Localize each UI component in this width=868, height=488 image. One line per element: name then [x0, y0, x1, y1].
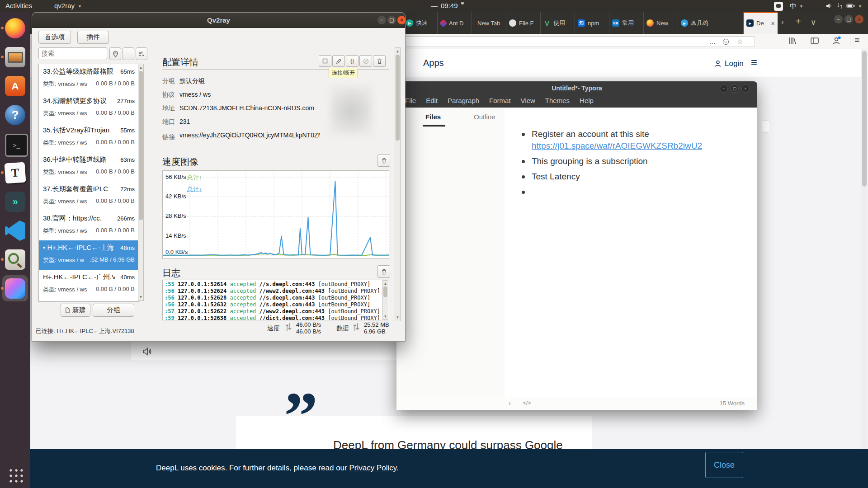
dock-item[interactable]	[0, 274, 30, 303]
new-tab-icon[interactable]: +	[796, 16, 801, 27]
tab-files[interactable]: Files	[425, 113, 441, 121]
blank-button[interactable]	[123, 47, 134, 60]
edit-button[interactable]	[332, 55, 345, 67]
menu-item[interactable]: Themes	[540, 95, 575, 108]
login-link[interactable]: Login	[714, 59, 744, 68]
clear-graph-button[interactable]	[377, 154, 390, 167]
dock-app-icon[interactable]	[5, 221, 25, 241]
legend-entry[interactable]: 总计↓	[187, 185, 202, 193]
page-scrollbar[interactable]	[861, 49, 868, 449]
minimize-button[interactable]: −	[834, 15, 843, 23]
browser-tab[interactable]: File F	[506, 12, 541, 34]
delete-button[interactable]	[373, 55, 386, 67]
qv2ray-titlebar[interactable]: Qv2ray − ▢ ×	[32, 13, 405, 28]
scroll-up-icon[interactable]: ▲	[138, 66, 143, 70]
page-menu-icon[interactable]: ≡	[751, 56, 757, 69]
library-icon[interactable]	[788, 36, 797, 45]
dock-item[interactable]	[0, 216, 30, 245]
hamburger-menu-icon[interactable]: ≡	[854, 35, 860, 45]
dock-item[interactable]	[0, 130, 30, 159]
bullet-item[interactable]: This grouping is a subscription	[521, 155, 757, 167]
minimize-button[interactable]: −	[377, 16, 386, 24]
bullet-item[interactable]: Test Latency	[521, 171, 757, 183]
browser-tab[interactable]: De ×	[744, 12, 778, 34]
log-output[interactable]: :55 127.0.0.1:52614 accepted //s.deepl.c…	[162, 280, 389, 320]
new-config-button[interactable]: 新建	[61, 304, 90, 317]
screenshot-indicator-icon[interactable]	[774, 2, 783, 11]
pocket-icon[interactable]	[722, 38, 729, 45]
tab-close-icon[interactable]: ×	[771, 19, 775, 27]
dock-item[interactable]	[0, 159, 30, 188]
scrollbar-thumb[interactable]	[383, 286, 387, 297]
browser-tab[interactable]: npm	[575, 12, 609, 34]
dock-app-icon[interactable]	[5, 278, 25, 299]
legend-entry[interactable]: 总计↑	[187, 174, 202, 182]
scroll-down-icon[interactable]: ▼	[138, 295, 143, 299]
tab-dropdown-icon[interactable]: ∨	[811, 18, 816, 27]
nav-apps-link[interactable]: Apps	[423, 58, 444, 68]
cookie-close-button[interactable]: Close	[705, 452, 743, 478]
minimize-button[interactable]: −	[720, 84, 728, 93]
dock-item[interactable]	[0, 72, 30, 101]
collapse-sidebar-icon[interactable]: ‹	[509, 399, 511, 407]
scroll-down-icon[interactable]: ▼	[395, 315, 400, 319]
menu-item[interactable]: Help	[575, 95, 599, 108]
plugins-button[interactable]: 插件	[77, 31, 109, 44]
browser-tab[interactable]: 常用	[609, 12, 644, 34]
menu-item[interactable]: Paragraph	[443, 95, 484, 108]
browser-tab[interactable]: Ant D	[438, 12, 472, 34]
menu-item[interactable]: View	[516, 95, 540, 108]
scrollbar-thumb[interactable]	[396, 55, 400, 141]
dock-app-icon[interactable]	[5, 192, 25, 212]
group-button[interactable]: 分组	[93, 304, 134, 317]
dock-app-icon[interactable]	[4, 162, 26, 183]
sort-button[interactable]	[136, 47, 147, 60]
scroll-up-icon[interactable]: ▲	[383, 282, 388, 286]
bullet-item[interactable]	[521, 186, 757, 198]
system-menu-caret-icon[interactable]: ▾	[859, 4, 861, 9]
menu-item[interactable]: Edit	[421, 95, 443, 108]
dock-item[interactable]	[0, 14, 30, 43]
search-input[interactable]	[38, 47, 107, 59]
locate-button[interactable]	[109, 47, 121, 60]
connect-button[interactable]	[319, 55, 331, 67]
dock-app-icon[interactable]	[5, 47, 25, 67]
maximize-button[interactable]: ▢	[387, 16, 396, 24]
server-item[interactable]: H+.HK←-IPLC←-广州.V 40ms 类型: vmess / ws 0.…	[39, 270, 138, 299]
server-item[interactable]: 37.长期套餐覆盖IPLC 72ms 类型: vmess / ws 0.00 B…	[39, 182, 138, 211]
server-item[interactable]: 33.公益等级線路嚴格限 65ms 类型: vmess / ws 0.00 B …	[39, 64, 138, 94]
clock[interactable]: 09:49	[441, 2, 458, 9]
close-button[interactable]: ×	[741, 84, 750, 93]
dock-item[interactable]	[0, 43, 30, 72]
server-item[interactable]: 38.官网：https://cc. 266ms 类型: vmess / ws 0…	[39, 211, 138, 240]
speaker-icon[interactable]	[142, 347, 152, 356]
scrollbar-thumb[interactable]	[862, 51, 867, 187]
menu-item[interactable]: Format	[484, 95, 516, 108]
page-actions-icon[interactable]: …	[709, 38, 716, 45]
clear-log-button[interactable]	[377, 265, 390, 278]
browser-tab[interactable]: ♨几鸡	[678, 12, 744, 34]
server-list[interactable]: 33.公益等级線路嚴格限 65ms 类型: vmess / ws 0.00 B …	[38, 64, 139, 302]
close-button[interactable]: ×	[397, 16, 406, 24]
sidebar-toggle-icon[interactable]	[810, 36, 819, 45]
bookmark-star-icon[interactable]: ☆	[737, 38, 743, 45]
battery-icon[interactable]	[846, 2, 855, 9]
scroll-tabs-icon[interactable]: ›	[781, 18, 784, 27]
window-scrollbar[interactable]: ▲ ▼	[395, 47, 401, 321]
server-item[interactable]: 36.中继中转隧道线路 63ms 类型: vmess / ws 0.00 B /…	[39, 152, 138, 182]
dock-item[interactable]	[0, 101, 30, 130]
server-item[interactable]: 35.包括V2ray和Trojan 55ms 类型: vmess / ws 0.…	[39, 123, 138, 152]
bullet-item[interactable]: Register an account at this site https:/…	[521, 128, 757, 152]
edit-json-button[interactable]: {}	[346, 55, 359, 67]
typora-editor[interactable]: Register an account at this site https:/…	[505, 108, 757, 397]
app-menu[interactable]: qv2ray	[54, 2, 75, 9]
scrollbar-thumb[interactable]	[139, 71, 143, 220]
tab-outline[interactable]: Outline	[474, 113, 495, 121]
dock-item[interactable]	[0, 188, 30, 216]
browser-tab[interactable]: 使用	[541, 12, 575, 34]
source-code-icon[interactable]: </>	[523, 400, 531, 406]
dock-app-icon[interactable]	[5, 76, 25, 96]
server-item[interactable]: • H+.HK←-IPLC←-上海 48ms 类型: vmess / w .52…	[39, 240, 138, 270]
typora-titlebar[interactable]: Untitled*- Typora − ▢ ×	[396, 81, 757, 95]
dock-item[interactable]	[0, 245, 30, 274]
